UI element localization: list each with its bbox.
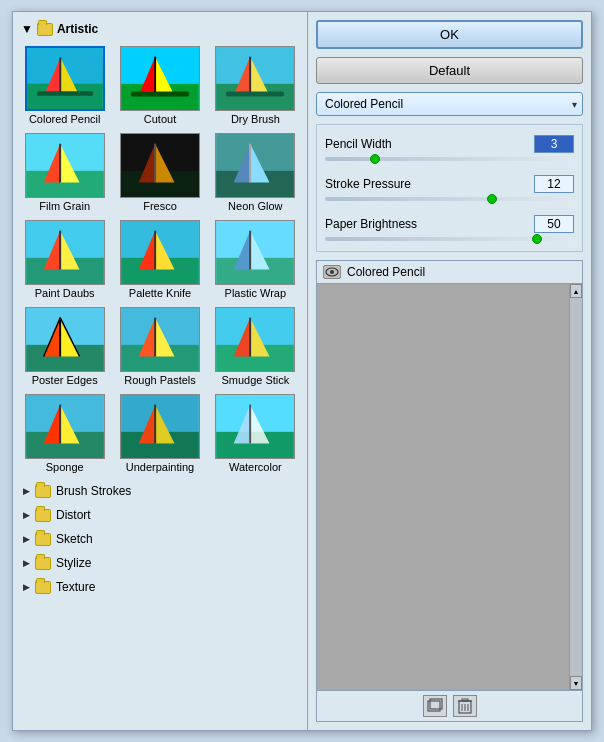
pencil-width-slider-thumb[interactable] [370, 154, 380, 164]
filter-thumb-poster-edges [25, 307, 105, 372]
filter-thumb-underpainting [120, 394, 200, 459]
preview-section: Colored Pencil ▲ ▼ [316, 260, 583, 722]
stroke-pressure-slider-thumb[interactable] [487, 194, 497, 204]
folder-icon-texture [35, 581, 51, 594]
filter-item-neon-glow[interactable]: Neon Glow [210, 131, 301, 214]
pencil-width-slider-track[interactable] [325, 157, 574, 161]
category-label-texture: Texture [56, 580, 95, 594]
filter-item-colored-pencil[interactable]: Colored Pencil [19, 44, 110, 127]
ok-button[interactable]: OK [316, 20, 583, 49]
filter-label-dry-brush: Dry Brush [231, 113, 280, 125]
filter-label-poster-edges: Poster Edges [32, 374, 98, 386]
category-item-brush-strokes[interactable]: ▶ Brush Strokes [19, 479, 301, 503]
stroke-pressure-slider-track[interactable] [325, 197, 574, 201]
filter-label-smudge-stick: Smudge Stick [221, 374, 289, 386]
delete-button[interactable] [453, 695, 477, 717]
scroll-down-button[interactable]: ▼ [570, 676, 582, 690]
svg-point-81 [330, 270, 334, 274]
filter-item-dry-brush[interactable]: Dry Brush [210, 44, 301, 127]
artistic-section-header[interactable]: ▼ Artistic [19, 18, 301, 40]
svg-rect-10 [154, 57, 156, 96]
filter-item-sponge[interactable]: Sponge [19, 392, 110, 475]
svg-rect-52 [59, 318, 61, 357]
paper-brightness-input[interactable] [534, 215, 574, 233]
category-item-stylize[interactable]: ▶ Stylize [19, 551, 301, 575]
pencil-width-label: Pencil Width [325, 137, 392, 151]
svg-rect-16 [250, 57, 252, 96]
filter-thumb-rough-pastels [120, 307, 200, 372]
stroke-pressure-label: Stroke Pressure [325, 177, 411, 191]
filter-item-underpainting[interactable]: Underpainting [114, 392, 205, 475]
pencil-width-row: Pencil Width [325, 135, 574, 161]
pencil-width-input[interactable] [534, 135, 574, 153]
filter-item-film-grain[interactable]: Film Grain [19, 131, 110, 214]
filter-item-cutout[interactable]: Cutout [114, 44, 205, 127]
category-label-sketch: Sketch [56, 532, 93, 546]
expand-arrow-icon-sketch: ▶ [23, 534, 30, 544]
filter-item-poster-edges[interactable]: Poster Edges [19, 305, 110, 388]
paper-brightness-slider-thumb[interactable] [532, 234, 542, 244]
default-button[interactable]: Default [316, 57, 583, 84]
stroke-pressure-header: Stroke Pressure [325, 175, 574, 193]
category-item-distort[interactable]: ▶ Distort [19, 503, 301, 527]
filter-thumb-cutout [120, 46, 200, 111]
settings-area: Pencil Width Stroke Pressure [316, 124, 583, 252]
filter-item-palette-knife[interactable]: Palette Knife [114, 218, 205, 301]
svg-rect-79 [250, 405, 252, 444]
filter-item-fresco[interactable]: Fresco [114, 131, 205, 214]
stroke-pressure-row: Stroke Pressure [325, 175, 574, 201]
filter-thumb-neon-glow [215, 133, 295, 198]
preview-title: Colored Pencil [347, 265, 425, 279]
collapse-arrow-icon: ▼ [21, 22, 33, 36]
filter-select[interactable]: Colored Pencil Cutout Dry Brush Film Gra… [316, 92, 583, 116]
paper-brightness-header: Paper Brightness [325, 215, 574, 233]
preview-body: ▲ ▼ [317, 284, 582, 690]
svg-rect-47 [250, 231, 252, 270]
expand-arrow-icon-distort: ▶ [23, 510, 30, 520]
filter-item-plastic-wrap[interactable]: Plastic Wrap [210, 218, 301, 301]
paper-brightness-row: Paper Brightness [325, 215, 574, 241]
folder-icon-brush [35, 485, 51, 498]
filter-item-paint-daubs[interactable]: Paint Daubs [19, 218, 110, 301]
eye-icon[interactable] [323, 265, 341, 279]
category-item-sketch[interactable]: ▶ Sketch [19, 527, 301, 551]
filter-label-watercolor: Watercolor [229, 461, 282, 473]
filter-item-watercolor[interactable]: Watercolor [210, 392, 301, 475]
scroll-thumb[interactable] [570, 298, 582, 676]
new-layer-button[interactable] [423, 695, 447, 717]
svg-rect-37 [59, 231, 61, 270]
svg-rect-22 [59, 144, 61, 183]
svg-rect-27 [154, 144, 156, 183]
filter-thumb-sponge [25, 394, 105, 459]
svg-rect-32 [250, 144, 252, 183]
filter-item-smudge-stick[interactable]: Smudge Stick [210, 305, 301, 388]
svg-rect-86 [462, 699, 468, 701]
filter-thumb-palette-knife [120, 220, 200, 285]
filter-thumb-plastic-wrap [215, 220, 295, 285]
svg-rect-42 [154, 231, 156, 270]
filter-select-wrapper: Colored Pencil Cutout Dry Brush Film Gra… [316, 92, 583, 116]
filter-item-rough-pastels[interactable]: Rough Pastels [114, 305, 205, 388]
filter-thumb-film-grain [25, 133, 105, 198]
stroke-pressure-input[interactable] [534, 175, 574, 193]
bottom-toolbar [317, 690, 582, 721]
expand-arrow-icon-stylize: ▶ [23, 558, 30, 568]
filter-label-rough-pastels: Rough Pastels [124, 374, 196, 386]
category-item-texture[interactable]: ▶ Texture [19, 575, 301, 599]
preview-content [317, 284, 569, 690]
expand-arrow-icon: ▶ [23, 486, 30, 496]
preview-header: Colored Pencil [317, 261, 582, 284]
filter-thumb-smudge-stick [215, 307, 295, 372]
pencil-width-header: Pencil Width [325, 135, 574, 153]
filter-label-cutout: Cutout [144, 113, 176, 125]
svg-rect-74 [154, 405, 156, 444]
scroll-up-button[interactable]: ▲ [570, 284, 582, 298]
category-label-brush-strokes: Brush Strokes [56, 484, 131, 498]
svg-rect-69 [59, 405, 61, 444]
folder-icon [37, 23, 53, 36]
filter-thumb-watercolor [215, 394, 295, 459]
folder-icon-sketch [35, 533, 51, 546]
artistic-label: Artistic [57, 22, 98, 36]
filter-label-colored-pencil: Colored Pencil [29, 113, 101, 125]
paper-brightness-slider-track[interactable] [325, 237, 574, 241]
